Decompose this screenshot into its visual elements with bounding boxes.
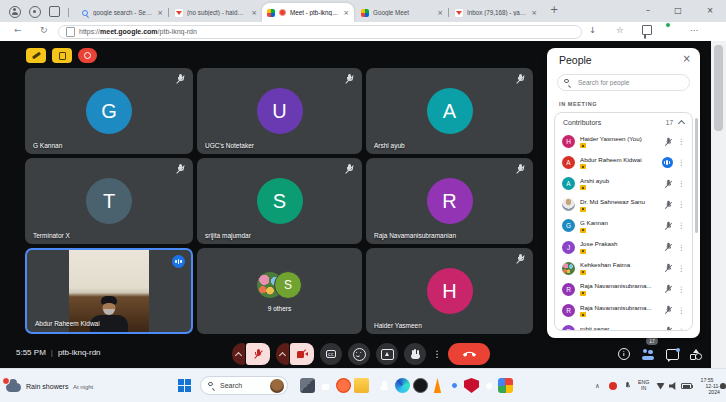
- browser-scrollbar-track[interactable]: [711, 41, 726, 368]
- mic-off-icon[interactable]: [664, 264, 672, 273]
- tray-antivirus-icon[interactable]: [609, 369, 617, 402]
- annotation-pen-button[interactable]: [26, 48, 46, 63]
- taskbar-search[interactable]: Search: [200, 376, 288, 395]
- notifications-bell-icon[interactable]: [720, 369, 726, 402]
- mic-off-icon[interactable]: [664, 285, 672, 294]
- camera-toggle-button[interactable]: [290, 343, 314, 365]
- url-field[interactable]: https://meet.google.com/ptb-iknq-rdn: [58, 25, 582, 39]
- mic-toggle-button[interactable]: [246, 343, 270, 365]
- window-close-button[interactable]: ×: [698, 0, 722, 21]
- tray-mic-icon[interactable]: [623, 369, 632, 402]
- participant-menu-button[interactable]: ⋮: [678, 327, 686, 331]
- contributors-header[interactable]: Contributors 17: [555, 113, 692, 131]
- video-tile[interactable]: H Haider Yasmeen: [366, 248, 533, 334]
- participant-menu-button[interactable]: ⋮: [678, 137, 686, 146]
- window-minimize-button[interactable]: –: [636, 0, 660, 21]
- tab-google-search[interactable]: google search - Search ×: [76, 3, 168, 22]
- site-info-icon[interactable]: [66, 27, 75, 37]
- reload-icon[interactable]: ↻: [40, 25, 48, 35]
- favorite-star-icon[interactable]: ☆: [616, 25, 624, 35]
- activities-icon: [690, 349, 702, 360]
- people-panel-button[interactable]: [640, 346, 656, 362]
- mic-off-icon[interactable]: [664, 306, 672, 315]
- tab-close-icon[interactable]: ×: [343, 9, 349, 17]
- collapse-chevron-icon[interactable]: [678, 119, 685, 126]
- video-tile[interactable]: G G Kannan: [25, 68, 193, 154]
- weather-widget[interactable]: Rain showers At night: [6, 375, 93, 393]
- people-search-box[interactable]: [557, 74, 690, 91]
- more-options-button[interactable]: ⋮: [430, 343, 444, 365]
- tab-gmail-message[interactable]: (no subject) - haider.yasmeen@g ×: [170, 3, 262, 22]
- end-call-button[interactable]: [448, 343, 490, 365]
- volume-icon[interactable]: [669, 369, 678, 402]
- browser-scrollbar-thumb[interactable]: [714, 45, 723, 131]
- mic-off-icon[interactable]: [664, 222, 672, 231]
- tab-inbox[interactable]: Inbox (79,168) - yasmeen@creu ×: [450, 3, 542, 22]
- battery-icon[interactable]: [681, 369, 692, 402]
- window-maximize-button[interactable]: □: [666, 0, 690, 21]
- participant-menu-button[interactable]: ⋮: [678, 179, 686, 188]
- video-tile[interactable]: U UGC's Notetaker: [197, 68, 362, 154]
- record-button[interactable]: [78, 48, 97, 63]
- browser-profile-icon[interactable]: [8, 5, 21, 18]
- taskbar-app-orange[interactable]: [336, 378, 351, 393]
- video-tile[interactable]: S srijita majumdar: [197, 158, 362, 244]
- tray-clock[interactable]: 17:55 12-11-2024: [694, 369, 720, 402]
- meeting-info-button[interactable]: [616, 346, 632, 362]
- captions-button[interactable]: cc: [320, 343, 342, 365]
- tray-language-switcher[interactable]: ENG IN: [638, 369, 649, 402]
- video-tile[interactable]: R Raja Navamanisubramanian: [366, 158, 533, 244]
- activities-button[interactable]: [688, 346, 704, 362]
- raise-hand-button[interactable]: [404, 343, 426, 365]
- download-icon[interactable]: ↓: [589, 25, 596, 35]
- tray-expand-chevron[interactable]: ∧: [595, 369, 600, 402]
- collections-icon[interactable]: [644, 28, 646, 38]
- mic-off-icon[interactable]: [664, 327, 672, 331]
- taskbar-photos[interactable]: [498, 378, 513, 393]
- more-menu-icon[interactable]: …: [690, 23, 699, 33]
- start-button[interactable]: [178, 379, 191, 392]
- tab-close-icon[interactable]: ×: [437, 9, 443, 17]
- taskbar-app-window[interactable]: [300, 378, 315, 393]
- taskbar-edge[interactable]: [395, 378, 410, 393]
- participant-menu-button[interactable]: ⋮: [678, 158, 686, 167]
- wifi-icon[interactable]: [656, 369, 665, 402]
- taskbar-file-explorer[interactable]: [354, 378, 369, 393]
- mic-off-icon[interactable]: [664, 243, 672, 252]
- mic-options-chevron[interactable]: [232, 343, 245, 365]
- people-search-input[interactable]: [576, 78, 683, 87]
- tab-close-icon[interactable]: ×: [251, 9, 257, 17]
- tab-actions-icon[interactable]: [48, 5, 61, 18]
- tab-meet-active[interactable]: Meet - ptb-iknq-rdn ×: [262, 3, 354, 22]
- participant-menu-button[interactable]: ⋮: [678, 221, 686, 230]
- participant-menu-button[interactable]: ⋮: [678, 264, 686, 273]
- taskbar-camera-app[interactable]: [413, 378, 428, 393]
- tab-close-icon[interactable]: ×: [157, 9, 163, 17]
- taskbar-mcafee[interactable]: [464, 378, 479, 393]
- overflow-avatar: S: [274, 271, 302, 299]
- mic-off-icon[interactable]: [664, 137, 672, 146]
- participant-menu-button[interactable]: ⋮: [678, 243, 686, 252]
- participant-menu-button[interactable]: ⋮: [678, 285, 686, 294]
- new-tab-button[interactable]: +: [550, 4, 558, 15]
- panel-close-icon[interactable]: ×: [683, 53, 691, 64]
- reactions-button[interactable]: [348, 343, 370, 365]
- present-screen-button[interactable]: [376, 343, 398, 365]
- panel-scrollbar[interactable]: [695, 118, 698, 233]
- chat-button[interactable]: [664, 346, 680, 362]
- video-tile[interactable]: T Terminator X: [25, 158, 193, 244]
- taskbar-vlc[interactable]: [430, 378, 445, 393]
- participant-menu-button[interactable]: ⋮: [678, 306, 686, 315]
- participant-menu-button[interactable]: ⋮: [678, 200, 686, 209]
- mic-off-icon[interactable]: [664, 201, 672, 210]
- camera-options-chevron[interactable]: [276, 343, 289, 365]
- tab-google-meet[interactable]: Google Meet ×: [356, 3, 448, 22]
- browser-workspaces-icon[interactable]: [28, 5, 41, 18]
- back-icon[interactable]: ←: [14, 25, 22, 35]
- overflow-tile[interactable]: S 9 others: [197, 248, 362, 334]
- self-video-tile[interactable]: Abdur Raheem Kidwai: [25, 248, 193, 334]
- whiteboard-button[interactable]: [52, 48, 72, 63]
- video-tile[interactable]: A Arshi ayub: [366, 68, 533, 154]
- tab-close-icon[interactable]: ×: [531, 9, 537, 17]
- mic-off-icon[interactable]: [664, 179, 672, 188]
